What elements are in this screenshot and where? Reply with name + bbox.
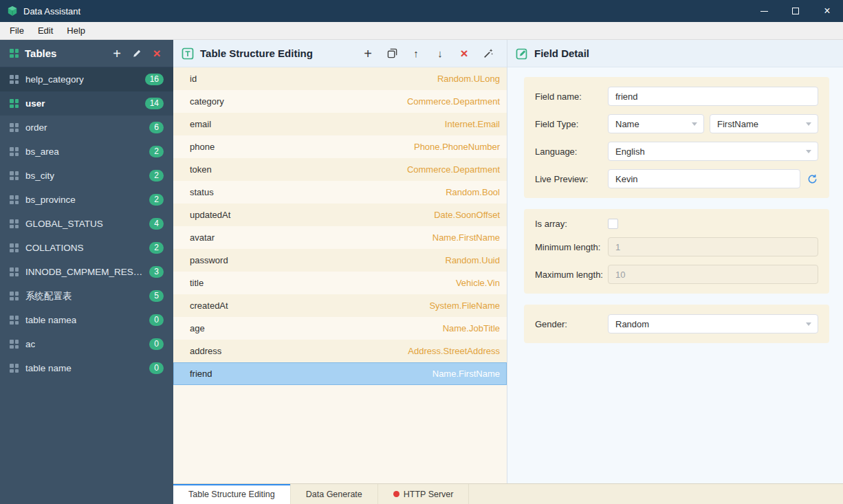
table-list-item[interactable]: 系统配置表 5 xyxy=(0,284,173,308)
table-list-item[interactable]: bs_city 2 xyxy=(0,164,173,188)
maximize-icon xyxy=(792,8,799,14)
table-list-item[interactable]: bs_province 2 xyxy=(0,188,173,212)
edit-table-button[interactable] xyxy=(130,47,144,61)
table-item-label: table namea xyxy=(25,315,76,325)
duplicate-field-button[interactable] xyxy=(386,47,398,60)
field-type: Name.JobTitle xyxy=(443,323,500,333)
field-row[interactable]: token Commerce.Department xyxy=(173,158,507,181)
field-name-input[interactable] xyxy=(608,87,818,106)
move-up-button[interactable]: ↑ xyxy=(410,47,422,60)
field-subtype-select[interactable]: FirstName xyxy=(710,114,818,133)
field-row[interactable]: age Name.JobTitle xyxy=(173,317,507,340)
status-dot xyxy=(393,491,399,497)
field-config-section: Field name: Field Type: Name xyxy=(524,77,829,198)
maximize-button[interactable] xyxy=(780,0,811,22)
table-list-item[interactable]: INNODB_CMPMEM_RESET 3 xyxy=(0,260,173,284)
field-row[interactable]: id Random.ULong xyxy=(173,67,507,90)
bottom-tab-bar: Table Structure Editing Data Generate HT… xyxy=(173,483,843,504)
table-count-badge: 16 xyxy=(145,74,164,85)
field-type: Phone.PhoneNumber xyxy=(414,142,500,152)
tables-header: Tables + × xyxy=(0,40,173,67)
table-count-badge: 0 xyxy=(149,314,164,326)
table-list-item[interactable]: table namea 0 xyxy=(0,308,173,332)
table-item-label: COLLATIONS xyxy=(25,243,84,253)
table-count-badge: 5 xyxy=(149,290,164,302)
field-row[interactable]: phone Phone.PhoneNumber xyxy=(173,135,507,158)
live-preview-input[interactable] xyxy=(608,169,800,188)
field-row[interactable]: friend Name.FirstName xyxy=(173,362,507,385)
tables-list: help_category 16 user 14 order 6 bs_area… xyxy=(0,67,173,504)
minimize-button[interactable] xyxy=(748,0,780,22)
field-row[interactable]: status Random.Bool xyxy=(173,181,507,204)
tables-grid-icon xyxy=(10,49,19,58)
magic-wand-button[interactable] xyxy=(482,47,494,60)
field-row[interactable]: updatedAt Date.SoonOffset xyxy=(173,204,507,226)
max-length-label: Maximum length: xyxy=(535,270,608,280)
bottom-tab[interactable]: HTTP Server xyxy=(378,484,470,504)
field-row[interactable]: password Random.Uuid xyxy=(173,249,507,272)
table-list-item[interactable]: help_category 16 xyxy=(0,67,173,91)
move-down-button[interactable]: ↓ xyxy=(434,47,446,60)
delete-table-button[interactable]: × xyxy=(150,47,164,61)
table-grid-icon xyxy=(10,340,19,349)
table-count-badge: 2 xyxy=(149,242,164,254)
close-button[interactable]: × xyxy=(811,0,843,22)
table-list-item[interactable]: bs_area 2 xyxy=(0,140,173,164)
table-list-item[interactable]: table name 0 xyxy=(0,356,173,380)
minimize-icon xyxy=(760,11,768,12)
table-item-label: INNODB_CMPMEM_RESET xyxy=(25,267,142,277)
field-list: id Random.ULong category Commerce.Depart… xyxy=(173,67,507,483)
field-type: Date.SoonOffset xyxy=(434,210,500,220)
field-name: title xyxy=(190,278,204,288)
table-list-item[interactable]: order 6 xyxy=(0,116,173,140)
refresh-icon xyxy=(807,174,818,184)
menu-file[interactable]: File xyxy=(3,22,31,40)
structure-toolbar: + ↑ ↓ × xyxy=(362,47,499,60)
app-window: Data Assistant × File Edit Help Tables +… xyxy=(0,0,843,504)
tab-label: Table Structure Editing xyxy=(188,490,275,499)
field-name: friend xyxy=(190,369,212,379)
field-row[interactable]: category Commerce.Department xyxy=(173,90,507,113)
field-row[interactable]: title Vehicle.Vin xyxy=(173,272,507,294)
detail-panel: Field Detail Field name: Field Ty xyxy=(507,40,843,483)
table-grid-icon xyxy=(10,147,19,156)
field-row[interactable]: email Internet.Email xyxy=(173,113,507,135)
field-type-select[interactable]: Name xyxy=(608,114,704,133)
table-list-item[interactable]: GLOBAL_STATUS 4 xyxy=(0,212,173,236)
table-count-badge: 0 xyxy=(149,338,164,350)
table-grid-icon xyxy=(10,171,19,180)
field-name: category xyxy=(190,96,224,107)
field-name: id xyxy=(190,74,197,84)
field-type: Internet.Email xyxy=(445,119,500,129)
is-array-checkbox[interactable] xyxy=(608,219,618,229)
field-row[interactable]: createdAt System.FileName xyxy=(173,294,507,317)
field-detail-icon xyxy=(516,47,528,60)
menu-edit[interactable]: Edit xyxy=(31,22,60,40)
table-list-item[interactable]: ac 0 xyxy=(0,332,173,356)
table-grid-icon xyxy=(10,316,19,325)
table-list-item[interactable]: COLLATIONS 2 xyxy=(0,236,173,260)
table-list-item[interactable]: user 14 xyxy=(0,91,173,116)
field-type: Name.FirstName xyxy=(433,232,500,243)
table-item-label: table name xyxy=(25,363,72,373)
titlebar: Data Assistant × xyxy=(0,0,843,22)
chevron-down-icon xyxy=(806,150,811,153)
field-type: Commerce.Department xyxy=(407,164,500,175)
bottom-tab[interactable]: Table Structure Editing xyxy=(173,484,291,504)
table-count-badge: 4 xyxy=(149,218,164,230)
menubar: File Edit Help xyxy=(0,22,843,40)
field-name: phone xyxy=(190,142,215,152)
chevron-down-icon xyxy=(806,122,811,126)
refresh-button[interactable] xyxy=(806,173,818,185)
field-name-label: Field name: xyxy=(535,91,608,102)
field-row[interactable]: address Address.StreetAddress xyxy=(173,340,507,362)
gender-select[interactable]: Random xyxy=(608,314,818,333)
bottom-tab[interactable]: Data Generate xyxy=(291,484,378,504)
field-row[interactable]: avatar Name.FirstName xyxy=(173,226,507,249)
delete-field-button[interactable]: × xyxy=(458,47,470,60)
detail-title: Field Detail xyxy=(534,47,589,59)
add-field-button[interactable]: + xyxy=(362,47,374,60)
language-select[interactable]: English xyxy=(608,142,818,161)
menu-help[interactable]: Help xyxy=(60,22,92,40)
add-table-button[interactable]: + xyxy=(110,47,124,61)
